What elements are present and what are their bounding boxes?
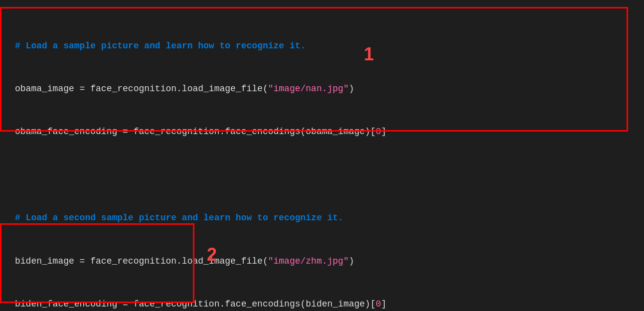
line-3: obama_face_encoding = face_recognition.f…	[15, 125, 629, 139]
line-1: # Load a sample picture and learn how to…	[15, 39, 629, 53]
paren-close-2: )	[349, 256, 354, 266]
code-container: # Load a sample picture and learn how to…	[15, 10, 629, 311]
var-biden-image: biden_image = face_recognition.load_imag…	[15, 256, 268, 266]
var-obama-image: obama_image = face_recognition.load_imag…	[15, 84, 268, 94]
comment-1: # Load a sample picture and learn how to…	[15, 41, 306, 51]
paren-close-1: )	[349, 84, 354, 94]
comment-2: # Load a second sample picture and learn…	[15, 213, 343, 223]
line-2: obama_image = face_recognition.load_imag…	[15, 82, 629, 96]
str-nan-jpg: "image/nan.jpg"	[268, 84, 349, 94]
idx-0-1: 0	[376, 127, 381, 137]
idx-0-2: 0	[376, 299, 381, 309]
empty-1	[15, 168, 629, 182]
var-obama-encoding: obama_face_encoding = face_recognition.f…	[15, 127, 376, 137]
bracket-close-2: ]	[381, 299, 387, 309]
line-4: # Load a second sample picture and learn…	[15, 211, 629, 225]
line-5: biden_image = face_recognition.load_imag…	[15, 254, 629, 269]
line-6: biden_face_encoding = face_recognition.f…	[15, 297, 629, 311]
bracket-close-1: ]	[381, 127, 387, 137]
var-biden-encoding: biden_face_encoding = face_recognition.f…	[15, 299, 376, 309]
str-zhm-jpg: "image/zhm.jpg"	[268, 256, 349, 266]
